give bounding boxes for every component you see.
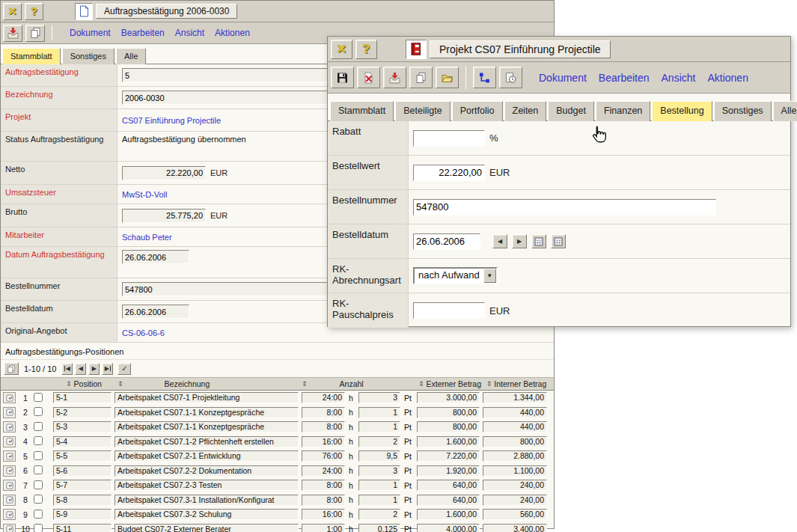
bestellnummer-input[interactable] [413,199,716,215]
calendar-button[interactable] [531,234,546,248]
help-button[interactable]: ? [355,40,377,59]
pager-prev-button[interactable]: ◀ [75,363,86,375]
row-checkbox[interactable] [34,524,43,532]
interner-betrag-cell[interactable]: 240,00 [483,495,547,506]
position-cell[interactable]: 5-5 [53,450,112,462]
bezeichnung-cell[interactable]: Arbeitspaket CS07.1-1 Konzeptgespräche [114,407,299,418]
close-button[interactable]: ✕ [331,40,352,59]
menu-ansicht[interactable]: Ansicht [662,72,696,84]
interner-betrag-cell[interactable]: 2.880,00 [483,450,547,462]
anzahl-pt-cell[interactable]: 1 [358,480,400,491]
interner-betrag-cell[interactable]: 3.400,00 [483,524,547,532]
datum-auftragsbestaetigung-input[interactable] [122,250,189,264]
externer-betrag-cell[interactable]: 3.000,00 [417,392,480,403]
save-button[interactable] [331,67,354,88]
tab-alle[interactable]: Alle [773,101,797,121]
anzahl-pt-cell[interactable]: 2 [358,509,400,520]
open-position-button[interactable] [3,465,16,477]
anzahl-pt-cell[interactable]: 1 [358,495,400,506]
anzahl-hours-cell[interactable]: 76:00 [302,450,345,462]
open-folder-button[interactable] [436,67,459,88]
anzahl-pt-cell[interactable]: 0,125 [358,524,400,532]
bezeichnung-cell[interactable]: Arbeitspaket CS07.3-1 Installation/Konfi… [114,495,299,506]
netto-input[interactable] [122,166,206,180]
column-header-bezeichnung[interactable]: ⇕Bezeichnung [114,379,302,388]
bezeichnung-cell[interactable]: Arbeitspaket CS07.3-2 Schulung [114,509,299,520]
externer-betrag-cell[interactable]: 640,00 [417,495,480,506]
sort-icon[interactable]: ⇕ [486,380,492,388]
history-button[interactable] [499,67,522,88]
open-position-button[interactable] [3,524,16,532]
column-header-interner-betrag[interactable]: ⇕Interner Betrag [483,379,550,388]
row-checkbox[interactable] [34,436,43,445]
pager-last-button[interactable]: ▶ [102,363,113,375]
position-cell[interactable]: 5-1 [53,392,112,403]
sort-icon[interactable]: ⇕ [418,380,424,388]
pager-next-button[interactable]: ▶ [88,363,100,375]
menu-ansicht[interactable]: Ansicht [175,28,204,38]
close-button[interactable]: ✕ [3,3,22,20]
tab-zeiten[interactable]: Zeiten [504,101,547,121]
externer-betrag-cell[interactable]: 800,00 [417,421,480,432]
calendar-alt-button[interactable] [551,234,566,248]
pager-copy-button[interactable] [4,362,19,375]
column-header-anzahl[interactable]: ⇕Anzahl [302,379,417,388]
tab-beteiligte[interactable]: Beteiligte [395,101,450,121]
menu-bearbeiten[interactable]: Bearbeiten [599,72,650,84]
anzahl-pt-cell[interactable]: 3 [358,465,400,477]
anzahl-hours-cell[interactable]: 24:00 [302,392,345,403]
bezeichnung-cell[interactable]: Arbeitspaket CS07.2-3 Testen [114,480,299,491]
date-next-button[interactable]: ▶ [512,234,527,248]
position-cell[interactable]: 5-2 [53,407,112,418]
anzahl-pt-cell[interactable]: 9,5 [358,450,400,462]
help-button[interactable]: ? [25,3,43,20]
bezeichnung-cell[interactable]: Budget CS07-2 Externer Berater [114,524,299,532]
bezeichnung-cell[interactable]: Arbeitspaket CS07-1 Projektleitung [114,392,299,403]
date-prev-button[interactable]: ◀ [492,234,507,248]
tab-stammblatt[interactable]: Stammblatt [2,48,61,64]
import-button[interactable] [383,67,406,88]
tab-budget[interactable]: Budget [548,101,594,121]
anzahl-hours-cell[interactable]: 16:00 [302,509,345,520]
menu-aktionen[interactable]: Aktionen [707,72,748,84]
externer-betrag-cell[interactable]: 7.220,00 [417,450,480,462]
externer-betrag-cell[interactable]: 1.920,00 [417,465,480,477]
mitarbeiter-link[interactable]: Schaub Peter [122,233,172,242]
position-cell[interactable]: 5-11 [53,524,112,532]
open-position-button[interactable] [3,436,16,447]
interner-betrag-cell[interactable]: 440,00 [483,407,547,418]
pager-first-button[interactable]: ◀ [61,363,73,375]
interner-betrag-cell[interactable]: 800,00 [483,436,547,447]
row-checkbox[interactable] [34,393,43,402]
workflow-button[interactable] [473,67,496,88]
menu-dokument[interactable]: Dokument [539,72,587,84]
interner-betrag-cell[interactable]: 1.344,00 [483,392,547,403]
position-cell[interactable]: 5-7 [53,480,112,491]
bezeichnung-cell[interactable]: Arbeitspaket CS07.2-2 Dokumentation [114,465,299,477]
menu-bearbeiten[interactable]: Bearbeiten [121,28,165,38]
tab-sonstiges[interactable]: Sonstiges [714,101,772,121]
externer-betrag-cell[interactable]: 1.600,00 [417,509,480,520]
brutto-input[interactable] [122,209,206,223]
anzahl-pt-cell[interactable]: 1 [358,421,400,432]
open-position-button[interactable] [3,495,16,506]
row-checkbox[interactable] [34,422,43,431]
row-checkbox[interactable] [34,495,43,504]
interner-betrag-cell[interactable]: 240,00 [483,480,547,491]
original-angebot-link[interactable]: CS-06-06-6 [122,328,165,337]
anzahl-hours-cell[interactable]: 8:00 [302,407,345,418]
column-header-externer-betrag[interactable]: ⇕Externer Betrag [417,379,483,388]
bezeichnung-cell[interactable]: Arbeitspaket CS07.2-1 Entwicklung [114,450,299,462]
open-position-button[interactable] [3,407,16,418]
anzahl-pt-cell[interactable]: 1 [358,407,400,418]
sort-icon[interactable]: ⇕ [302,380,308,388]
rk-abrechnungsart-select[interactable]: nach Aufwand ▼ [413,267,498,284]
pager-select-all-button[interactable]: ✓ [117,363,131,375]
bezeichnung-cell[interactable]: Arbeitspaket CS07.1-2 Pflichtenheft erst… [114,436,299,447]
row-checkbox[interactable] [34,451,43,460]
menu-dokument[interactable]: Dokument [70,28,111,38]
position-cell[interactable]: 5-4 [53,436,112,447]
bestellwert-input[interactable] [413,165,485,181]
tab-stammblatt[interactable]: Stammblatt [330,101,394,121]
externer-betrag-cell[interactable]: 1.600,00 [417,436,480,447]
